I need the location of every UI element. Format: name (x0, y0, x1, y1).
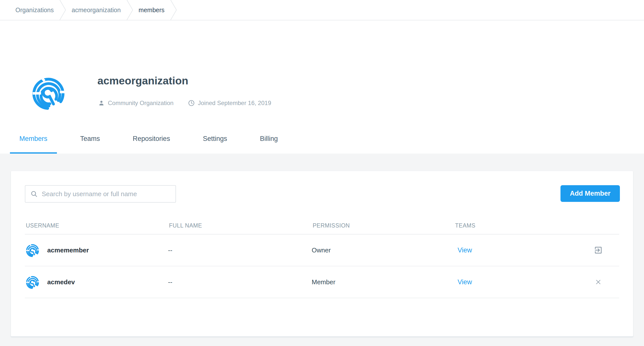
member-search-box (25, 185, 176, 203)
col-header-permission: PERMISSION (312, 222, 454, 229)
member-permission: Member (312, 278, 454, 286)
table-row: acmedev -- Member View (25, 266, 619, 298)
breadcrumb-item-members: members (139, 7, 164, 14)
remove-member-button[interactable] (594, 278, 602, 286)
organization-type-label: Community Organization (108, 100, 174, 107)
chevron-separator-icon (59, 0, 66, 20)
member-fullname: -- (168, 246, 312, 254)
clock-icon (188, 100, 195, 107)
organization-avatar-fingerprint-icon (29, 70, 66, 115)
breadcrumb-item-organizations[interactable]: Organizations (16, 7, 54, 14)
col-header-username: USERNAME (25, 222, 168, 229)
tab-settings[interactable]: Settings (193, 125, 236, 153)
person-icon (98, 100, 105, 107)
chevron-separator-icon (126, 0, 133, 20)
username-cell: acmedev (25, 273, 168, 291)
col-header-fullname: FULL NAME (168, 222, 312, 229)
breadcrumb: Organizations acmeorganization members (0, 0, 644, 21)
member-username: acmedev (47, 278, 75, 286)
members-table: USERNAME FULL NAME PERMISSION TEAMS acme… (25, 216, 619, 298)
table-header-row: USERNAME FULL NAME PERMISSION TEAMS (25, 216, 619, 235)
main-content: Add Member USERNAME FULL NAME PERMISSION… (0, 153, 644, 346)
breadcrumb-item-acmeorganization[interactable]: acmeorganization (72, 7, 120, 14)
tab-repositories[interactable]: Repositories (123, 125, 180, 153)
tab-billing[interactable]: Billing (250, 125, 287, 153)
add-member-button[interactable]: Add Member (560, 185, 620, 202)
members-card: Add Member USERNAME FULL NAME PERMISSION… (11, 171, 633, 336)
close-x-icon (594, 278, 602, 286)
member-permission: Owner (312, 246, 454, 254)
member-fullname: -- (168, 278, 312, 286)
tab-teams[interactable]: Teams (71, 125, 110, 153)
org-tabs: Members Teams Repositories Settings Bill… (10, 125, 287, 153)
organization-joined: Joined September 16, 2019 (188, 100, 271, 107)
col-header-teams: TEAMS (454, 222, 578, 229)
member-avatar-fingerprint-icon (25, 273, 40, 291)
organization-type: Community Organization (98, 100, 174, 107)
organization-meta: Community Organization Joined September … (98, 100, 271, 107)
view-teams-link[interactable]: View (454, 278, 472, 286)
organization-header: acmeorganization Community Organization … (0, 21, 644, 153)
view-teams-link[interactable]: View (454, 246, 472, 254)
member-search-input[interactable] (42, 190, 170, 198)
tab-members[interactable]: Members (10, 125, 57, 153)
organization-joined-label: Joined September 16, 2019 (198, 100, 271, 107)
table-row: acmemember -- Owner View (25, 235, 619, 266)
exit-arrow-icon (594, 246, 603, 255)
organization-name: acmeorganization (98, 75, 188, 87)
member-avatar-fingerprint-icon (25, 241, 40, 259)
chevron-separator-icon (170, 0, 177, 20)
search-icon (30, 190, 38, 198)
username-cell: acmemember (25, 241, 168, 259)
member-username: acmemember (47, 246, 89, 254)
leave-organization-button[interactable] (594, 246, 603, 255)
